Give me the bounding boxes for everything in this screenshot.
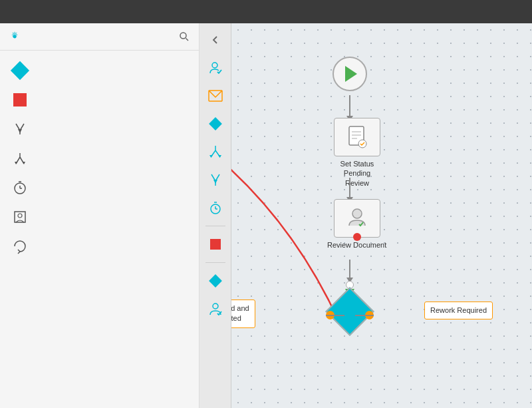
svg-marker-5 (18, 129, 22, 133)
toolbar-merge[interactable] (203, 167, 228, 192)
palette-item-decision[interactable] (0, 56, 199, 85)
decision-area: Reviewed andAccepted Rework Required (303, 280, 396, 346)
arrow-2 (349, 178, 350, 198)
toolbar-divider-2 (205, 262, 225, 263)
decision-node-wrap[interactable] (303, 280, 396, 346)
menu-view[interactable] (55, 9, 65, 15)
left-connector (326, 315, 344, 316)
right-toolbar (200, 23, 231, 408)
toolbar-split[interactable] (203, 139, 228, 164)
svg-marker-22 (209, 155, 213, 158)
workflow-canvas[interactable]: Set Status PendingReview Review Document (231, 23, 532, 408)
svg-point-15 (18, 214, 22, 218)
set-status-label: Set Status PendingReview (327, 159, 387, 188)
toolbar-user-task[interactable] (203, 55, 228, 81)
toolbar-end[interactable] (203, 232, 228, 257)
svg-rect-32 (210, 239, 221, 250)
toolbar-diamond[interactable] (203, 111, 228, 136)
svg-point-16 (212, 63, 217, 68)
review-doc-label: Review Document (327, 240, 386, 250)
toolbar-mail[interactable] (203, 83, 228, 108)
search-bar (0, 23, 199, 51)
palette-item-merge[interactable] (0, 114, 199, 144)
palette-item-placeholder[interactable] (0, 202, 199, 232)
toolbar-diamond-2[interactable] (203, 268, 228, 294)
reviewed-accepted-label: Reviewed andAccepted (231, 300, 255, 328)
svg-line-1 (186, 39, 189, 41)
svg-point-34 (213, 304, 218, 309)
arrow-1 (349, 95, 350, 116)
merge-icon (11, 120, 29, 138)
placeholder-icon (11, 208, 29, 226)
set-status-node[interactable]: Set Status PendingReview (327, 118, 387, 188)
settings-icon (7, 29, 23, 45)
menu-file[interactable] (7, 9, 17, 15)
start-circle (332, 57, 367, 91)
svg-point-0 (180, 33, 186, 39)
palette-item-end[interactable] (0, 85, 199, 114)
palette-item-loop[interactable] (0, 232, 199, 261)
svg-marker-27 (213, 180, 217, 184)
palette-list (0, 51, 199, 408)
start-node[interactable] (332, 57, 367, 91)
palette-item-split[interactable] (0, 144, 199, 173)
toolbar-user-task-2[interactable] (203, 296, 228, 321)
timer-icon (11, 178, 29, 197)
svg-rect-33 (209, 274, 222, 288)
palette-item-timer[interactable] (0, 173, 199, 202)
collapse-button[interactable] (203, 27, 228, 53)
toolbar-divider (205, 226, 225, 226)
svg-point-41 (352, 209, 362, 218)
main-layout: Set Status PendingReview Review Document (0, 23, 532, 408)
menu-home[interactable] (31, 9, 41, 15)
split-icon (11, 149, 29, 168)
decision-icon (11, 61, 29, 80)
right-connector (355, 315, 374, 316)
menu-bar (0, 0, 532, 23)
loop-icon (11, 237, 29, 256)
arrow-3 (349, 260, 350, 278)
svg-marker-23 (218, 155, 221, 158)
svg-rect-18 (209, 117, 222, 130)
toolbar-timer[interactable] (203, 195, 228, 220)
review-doc-node[interactable]: Review Document (327, 199, 386, 250)
set-status-box (334, 118, 380, 156)
end-icon (11, 91, 29, 109)
play-icon (345, 66, 357, 82)
search-button[interactable] (176, 29, 192, 45)
review-doc-box (334, 199, 380, 238)
rework-required-label: Rework Required (424, 302, 493, 319)
left-panel (0, 23, 200, 408)
